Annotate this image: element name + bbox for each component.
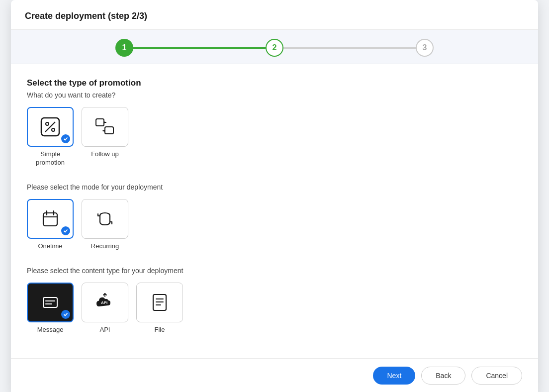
step-line-2	[283, 47, 416, 49]
mode-card-group: Onetime Recurring	[27, 199, 522, 251]
recurring-label: Recurring	[91, 242, 119, 251]
recurring-icon	[95, 209, 115, 229]
svg-rect-14	[43, 297, 58, 308]
onetime-icon	[40, 209, 60, 229]
card-follow-up[interactable]: Follow up	[82, 107, 128, 167]
step-2: 2	[266, 39, 283, 57]
modal-title: Create deployment (step 2/3)	[25, 11, 147, 21]
section-mode: Please select the mode for your deployme…	[27, 183, 522, 251]
card-box-message[interactable]	[27, 283, 74, 322]
stepper-area: 1 2 3	[11, 30, 538, 64]
simple-promotion-check	[61, 134, 70, 143]
svg-rect-4	[96, 119, 104, 126]
message-check	[61, 310, 70, 319]
follow-up-icon	[94, 116, 116, 138]
mode-subtitle: Please select the mode for your deployme…	[27, 183, 522, 191]
file-icon	[150, 292, 170, 313]
modal-body: Select the type of promotion What do you…	[11, 64, 538, 358]
step-3: 3	[416, 39, 434, 57]
step-1: 1	[115, 39, 133, 57]
card-box-file[interactable]	[136, 283, 183, 322]
promotion-subtitle: What do you want to create?	[27, 91, 522, 99]
card-box-follow-up[interactable]	[82, 107, 128, 147]
onetime-check	[61, 226, 70, 235]
svg-rect-10	[43, 213, 57, 226]
card-box-recurring[interactable]	[82, 199, 128, 239]
svg-text:API: API	[101, 300, 107, 305]
promotion-title: Select the type of promotion	[27, 78, 522, 88]
card-recurring[interactable]: Recurring	[82, 199, 128, 251]
message-label: Message	[37, 326, 64, 334]
modal-container: Create deployment (step 2/3) 1 2 3 Selec…	[11, 0, 538, 392]
api-label: API	[100, 326, 110, 334]
card-onetime[interactable]: Onetime	[27, 199, 74, 251]
simple-promotion-label: Simplepromotion	[36, 150, 65, 167]
follow-up-label: Follow up	[91, 150, 119, 159]
onetime-label: Onetime	[38, 242, 62, 251]
svg-rect-17	[43, 297, 57, 307]
svg-rect-7	[105, 127, 113, 134]
svg-point-1	[46, 122, 49, 125]
stepper: 1 2 3	[115, 39, 434, 57]
cancel-button[interactable]: Cancel	[471, 367, 522, 385]
card-file[interactable]: File	[136, 283, 183, 334]
step-line-1	[133, 47, 266, 49]
simple-promotion-icon	[39, 116, 61, 138]
card-simple-promotion[interactable]: Simplepromotion	[27, 107, 74, 167]
section-promotion: Select the type of promotion What do you…	[27, 78, 522, 167]
message-icon	[40, 292, 61, 313]
next-button[interactable]: Next	[373, 367, 415, 385]
card-box-onetime[interactable]	[27, 199, 74, 239]
card-message[interactable]: Message	[27, 283, 74, 334]
file-label: File	[155, 326, 165, 334]
section-content: Please select the content type for your …	[27, 267, 522, 334]
content-card-group: Message API	[27, 283, 522, 334]
svg-line-2	[45, 122, 55, 132]
back-button[interactable]: Back	[421, 367, 465, 385]
card-api[interactable]: API API	[82, 283, 128, 334]
modal-footer: Next Back Cancel	[11, 358, 538, 392]
card-box-simple-promotion[interactable]	[27, 107, 74, 147]
promotion-card-group: Simplepromotion Follow u	[27, 107, 522, 167]
svg-point-3	[52, 128, 55, 131]
content-subtitle: Please select the content type for your …	[27, 267, 522, 275]
api-icon: API	[92, 292, 117, 313]
card-box-api[interactable]: API	[82, 283, 128, 322]
modal-header: Create deployment (step 2/3)	[11, 0, 538, 30]
